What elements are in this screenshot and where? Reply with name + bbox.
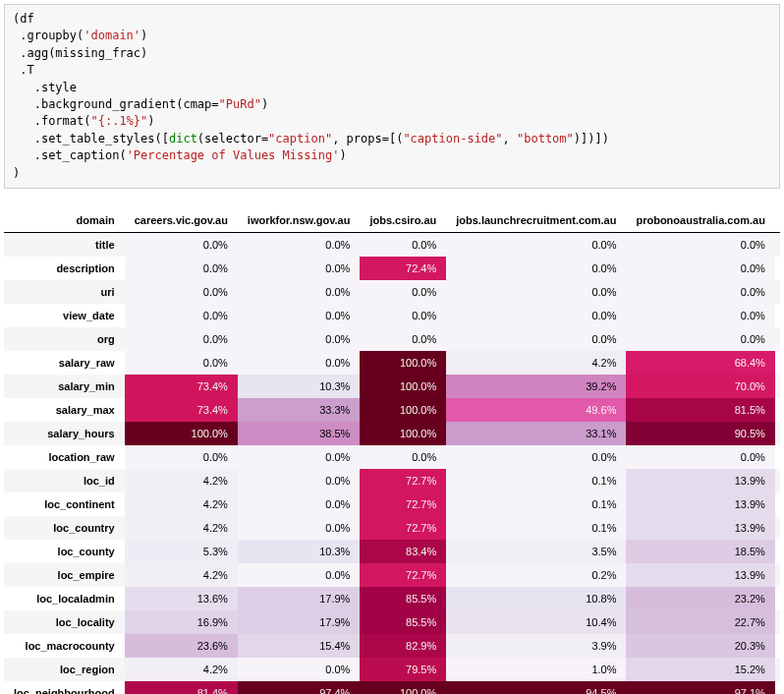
cell: 100.0% xyxy=(125,422,238,445)
cell-truncated xyxy=(775,540,780,563)
cell: 0.0% xyxy=(446,327,626,351)
cell: 38.5% xyxy=(238,422,361,445)
cell-truncated xyxy=(775,634,780,658)
cell: 13.6% xyxy=(125,587,238,610)
cell-truncated xyxy=(775,422,780,445)
cell: 100.0% xyxy=(360,351,446,375)
cell: 0.0% xyxy=(360,280,446,304)
table-row: title0.0%0.0%0.0%0.0%0.0% xyxy=(4,232,780,257)
cell-truncated xyxy=(775,658,780,681)
cell: 10.4% xyxy=(446,610,626,634)
cell: 0.0% xyxy=(238,563,361,587)
cell: 33.3% xyxy=(238,398,361,422)
cell: 33.1% xyxy=(446,422,626,445)
cell: 22.7% xyxy=(626,610,774,634)
cell: 100.0% xyxy=(360,422,446,445)
cell: 13.9% xyxy=(626,469,774,492)
cell: 0.0% xyxy=(360,232,446,257)
column-header: iworkfor.nsw.gov.au xyxy=(238,208,361,233)
cell: 15.4% xyxy=(238,634,361,658)
heatmap-table: Percentage of Values Missing domaincaree… xyxy=(4,208,780,694)
cell: 72.4% xyxy=(360,257,446,280)
table-row: salary_hours100.0%38.5%100.0%33.1%90.5% xyxy=(4,422,780,445)
cell: 3.5% xyxy=(446,540,626,563)
cell: 100.0% xyxy=(360,375,446,398)
cell: 4.2% xyxy=(446,351,626,375)
column-header: jobs.csiro.au xyxy=(360,208,446,233)
cell: 4.2% xyxy=(125,516,238,540)
cell: 3.9% xyxy=(446,634,626,658)
cell: 0.0% xyxy=(626,445,774,469)
cell: 23.2% xyxy=(626,587,774,610)
row-label: title xyxy=(4,232,125,257)
cell-truncated xyxy=(775,492,780,516)
cell: 0.0% xyxy=(238,658,361,681)
cell: 72.7% xyxy=(360,516,446,540)
cell-truncated xyxy=(775,304,780,327)
cell: 72.7% xyxy=(360,469,446,492)
row-label: loc_county xyxy=(4,540,125,563)
cell: 0.0% xyxy=(238,445,361,469)
index-name: domain xyxy=(4,208,125,233)
cell: 0.0% xyxy=(446,257,626,280)
cell-truncated xyxy=(775,375,780,398)
row-label: loc_country xyxy=(4,516,125,540)
cell: 0.0% xyxy=(446,304,626,327)
cell: 0.0% xyxy=(125,232,238,257)
cell-truncated xyxy=(775,610,780,634)
cell: 0.0% xyxy=(446,445,626,469)
cell: 72.7% xyxy=(360,563,446,587)
cell: 0.0% xyxy=(125,257,238,280)
cell-truncated xyxy=(775,587,780,610)
column-header: ww xyxy=(775,208,780,233)
cell: 0.0% xyxy=(238,469,361,492)
cell: 81.4% xyxy=(125,681,238,694)
cell: 0.0% xyxy=(446,232,626,257)
cell: 97.1% xyxy=(626,681,774,694)
cell: 1.0% xyxy=(446,658,626,681)
row-label: loc_region xyxy=(4,658,125,681)
row-label: loc_localadmin xyxy=(4,587,125,610)
cell: 4.2% xyxy=(125,492,238,516)
cell: 10.3% xyxy=(238,540,361,563)
cell: 0.0% xyxy=(238,351,361,375)
cell: 13.9% xyxy=(626,492,774,516)
column-header: careers.vic.gov.au xyxy=(125,208,238,233)
code-cell[interactable]: (df .groupby('domain') .agg(missing_frac… xyxy=(4,4,780,189)
cell-truncated xyxy=(775,445,780,469)
cell: 0.0% xyxy=(238,304,361,327)
cell: 0.0% xyxy=(360,327,446,351)
cell: 100.0% xyxy=(360,681,446,694)
row-label: org xyxy=(4,327,125,351)
cell: 4.2% xyxy=(125,563,238,587)
table-row: salary_raw0.0%0.0%100.0%4.2%68.4% xyxy=(4,351,780,375)
row-label: description xyxy=(4,257,125,280)
cell: 0.0% xyxy=(360,304,446,327)
table-row: loc_empire4.2%0.0%72.7%0.2%13.9% xyxy=(4,563,780,587)
cell: 13.9% xyxy=(626,516,774,540)
cell: 0.0% xyxy=(125,280,238,304)
row-label: uri xyxy=(4,280,125,304)
cell: 85.5% xyxy=(360,610,446,634)
cell: 0.0% xyxy=(238,492,361,516)
column-header: jobs.launchrecruitment.com.au xyxy=(446,208,626,233)
cell: 39.2% xyxy=(446,375,626,398)
cell-truncated xyxy=(775,280,780,304)
row-label: loc_neighbourhood xyxy=(4,681,125,694)
cell: 0.0% xyxy=(238,232,361,257)
cell-truncated xyxy=(775,563,780,587)
cell: 79.5% xyxy=(360,658,446,681)
row-label: loc_macrocounty xyxy=(4,634,125,658)
cell: 20.3% xyxy=(626,634,774,658)
cell-truncated xyxy=(775,351,780,375)
row-label: loc_empire xyxy=(4,563,125,587)
cell: 0.0% xyxy=(238,280,361,304)
table-row: loc_neighbourhood81.4%97.4%100.0%94.5%97… xyxy=(4,681,780,694)
cell: 0.0% xyxy=(125,351,238,375)
table-row: loc_country4.2%0.0%72.7%0.1%13.9% xyxy=(4,516,780,540)
cell: 0.0% xyxy=(626,327,774,351)
cell: 10.3% xyxy=(238,375,361,398)
cell: 0.1% xyxy=(446,516,626,540)
cell: 0.0% xyxy=(446,280,626,304)
cell: 94.5% xyxy=(446,681,626,694)
